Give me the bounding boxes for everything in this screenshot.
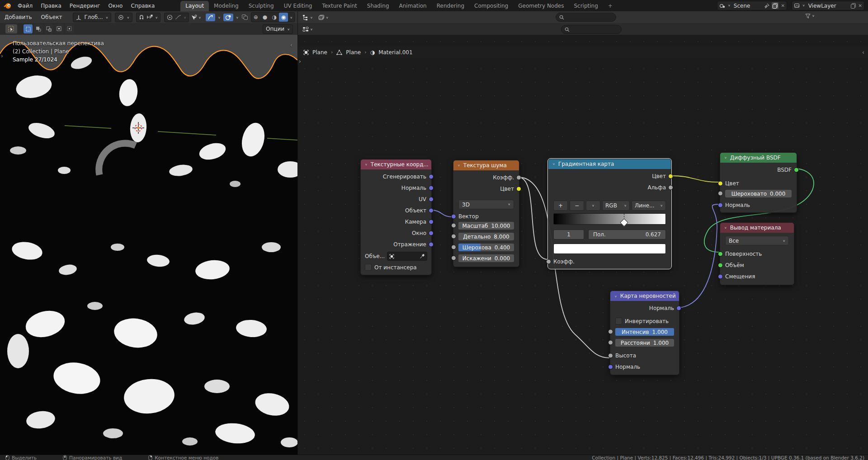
socket-normal-in[interactable]: [608, 364, 613, 369]
interpolation-dropdown[interactable]: Лине...∨: [632, 201, 666, 211]
chevron-down-icon[interactable]: ∨: [236, 15, 239, 19]
eyedropper-icon[interactable]: [420, 253, 425, 259]
node-header[interactable]: ∨ Карта неровностей: [610, 291, 679, 301]
breadcrumb-object[interactable]: Plane: [312, 49, 327, 56]
scale-slider[interactable]: Масштаб10.000: [458, 222, 514, 230]
color-mode-dropdown[interactable]: RGB∨: [602, 201, 630, 211]
outliner-filter-dropdown[interactable]: ∨: [803, 13, 816, 19]
roughness-slider[interactable]: Шерохова0.400: [458, 244, 514, 251]
gradient-bar[interactable]: [553, 213, 666, 225]
tool-options-dropdown[interactable]: Опции ∨: [263, 24, 293, 34]
shading-wireframe-icon[interactable]: ⊕: [251, 14, 260, 20]
collapse-icon[interactable]: ∨: [724, 226, 727, 229]
tab-sculpting[interactable]: Sculpting: [244, 1, 279, 11]
scene-selector[interactable]: ∨ Scene ✕: [717, 1, 787, 10]
magnet-icon[interactable]: [139, 14, 144, 20]
socket-roughness[interactable]: [451, 245, 456, 250]
gizmos-toggle[interactable]: [206, 14, 215, 21]
socket-detail[interactable]: [451, 234, 456, 239]
snap-with-icon[interactable]: [146, 14, 153, 20]
distortion-slider[interactable]: Искажени0.000: [458, 254, 514, 262]
socket-color[interactable]: [668, 174, 673, 178]
socket-distortion[interactable]: [451, 256, 456, 261]
socket-generated[interactable]: [429, 174, 434, 179]
node-diffuse-bsdf[interactable]: ∨ Диффузный BSDF BSDF Цвет Шероховато0.0…: [720, 152, 797, 213]
node-material-output[interactable]: ∨ Вывод материала Все ∨ Поверхность Объё…: [720, 222, 794, 285]
object-picker-field[interactable]: [387, 252, 427, 261]
menu-add[interactable]: Добавить: [0, 14, 36, 20]
stop-color-swatch[interactable]: [553, 244, 666, 254]
menu-file[interactable]: Файл: [14, 3, 37, 9]
menu-render[interactable]: Рендеринг: [66, 3, 104, 9]
socket-surface[interactable]: [718, 251, 723, 256]
shading-solid-icon[interactable]: ●: [260, 14, 269, 20]
menu-object[interactable]: Объект: [36, 14, 66, 20]
tab-texture-paint[interactable]: Texture Paint: [317, 1, 362, 11]
socket-object[interactable]: [429, 208, 434, 213]
dimensions-dropdown[interactable]: 3D ∨: [458, 200, 514, 209]
socket-displacement[interactable]: [718, 274, 723, 279]
socket-strength[interactable]: [608, 329, 613, 334]
collapse-icon[interactable]: ∨: [552, 162, 555, 165]
socket-color[interactable]: [516, 186, 521, 191]
xray-toggle-icon[interactable]: [241, 14, 248, 20]
socket-vector[interactable]: [451, 214, 456, 219]
menu-edit[interactable]: Правка: [37, 3, 66, 9]
breadcrumb-material[interactable]: Material.001: [378, 49, 412, 56]
tab-uv-editing[interactable]: UV Editing: [279, 1, 317, 11]
viewlayer-selector[interactable]: ∨ ViewLayer ✕: [792, 1, 864, 10]
node-texture-coordinate[interactable]: ∨ Текстурные коорд... Сгенерировать Норм…: [360, 159, 432, 275]
strength-slider[interactable]: Интенсив1.000: [615, 328, 674, 336]
toolbar-expand-arrow[interactable]: ›: [1, 53, 3, 59]
stop-position-field[interactable]: Пол.0.627: [588, 230, 666, 239]
add-workspace-button[interactable]: +: [603, 1, 618, 11]
outliner-display-mode[interactable]: ∨: [316, 14, 330, 21]
socket-volume[interactable]: [718, 263, 723, 268]
node-header[interactable]: ∨ Градиентная карта: [548, 159, 671, 169]
socket-scale[interactable]: [451, 223, 456, 228]
socket-height[interactable]: [608, 353, 613, 358]
overlays-toggle[interactable]: [223, 14, 233, 21]
collapse-icon[interactable]: ∨: [724, 156, 727, 159]
node-header[interactable]: ∨ Текстурные коорд...: [361, 160, 431, 169]
breadcrumb-mesh[interactable]: Plane: [346, 49, 361, 56]
from-instancer-row[interactable]: От инстансера: [361, 261, 431, 275]
collapse-icon[interactable]: ∨: [458, 164, 460, 167]
pin-icon[interactable]: [764, 3, 769, 9]
select-mode-intersect[interactable]: [65, 24, 74, 33]
remove-stop-button[interactable]: −: [570, 201, 584, 211]
socket-window[interactable]: [429, 230, 434, 235]
node-noise-texture[interactable]: ∨ Текстура шума Коэфф. Цвет 3D ∨ Вектор …: [453, 160, 519, 267]
detail-slider[interactable]: Детально8.000: [458, 233, 514, 240]
socket-normal[interactable]: [429, 185, 434, 190]
socket-color[interactable]: [718, 181, 723, 186]
editor-type-outliner[interactable]: ∨: [301, 14, 315, 21]
tab-animation[interactable]: Animation: [394, 1, 432, 11]
socket-camera[interactable]: [429, 219, 434, 224]
transform-orientation-dropdown[interactable]: Глоб... ∨: [73, 13, 111, 22]
socket-alpha[interactable]: [668, 185, 673, 190]
outliner-search-input[interactable]: [556, 13, 616, 22]
menu-help[interactable]: Справка: [127, 3, 159, 9]
invert-row[interactable]: Инвертировать: [610, 314, 679, 328]
add-stop-button[interactable]: +: [553, 201, 568, 211]
node-color-ramp[interactable]: ∨ Градиентная карта Цвет Альфа + − ∨ RGB…: [548, 159, 671, 269]
node-header[interactable]: ∨ Текстура шума: [453, 160, 519, 170]
select-mode-new[interactable]: [24, 24, 33, 33]
falloff-curve-icon[interactable]: [175, 14, 181, 20]
stop-index-field[interactable]: 1: [553, 230, 584, 239]
socket-bsdf[interactable]: [794, 167, 799, 172]
proportional-editing-icon[interactable]: [167, 14, 173, 20]
collapse-icon[interactable]: ∨: [614, 294, 617, 297]
shading-material-icon[interactable]: ◑: [269, 14, 278, 20]
tab-shading[interactable]: Shading: [362, 1, 394, 11]
select-mode-extend[interactable]: [34, 24, 43, 33]
sidebar-collapse-arrow[interactable]: ‹: [290, 42, 292, 48]
tab-layout[interactable]: Layout: [180, 1, 209, 11]
viewport-canvas[interactable]: Пользовательская перспектива (2) Collect…: [0, 35, 297, 455]
node-bump[interactable]: ∨ Карта неровностей Нормаль Инвертироват…: [610, 291, 679, 375]
select-mode-invert[interactable]: [55, 24, 64, 33]
distance-slider[interactable]: Расстояни1.000: [615, 339, 674, 347]
pivot-point-dropdown[interactable]: ∨: [115, 13, 132, 22]
active-tool-button[interactable]: [5, 24, 17, 33]
